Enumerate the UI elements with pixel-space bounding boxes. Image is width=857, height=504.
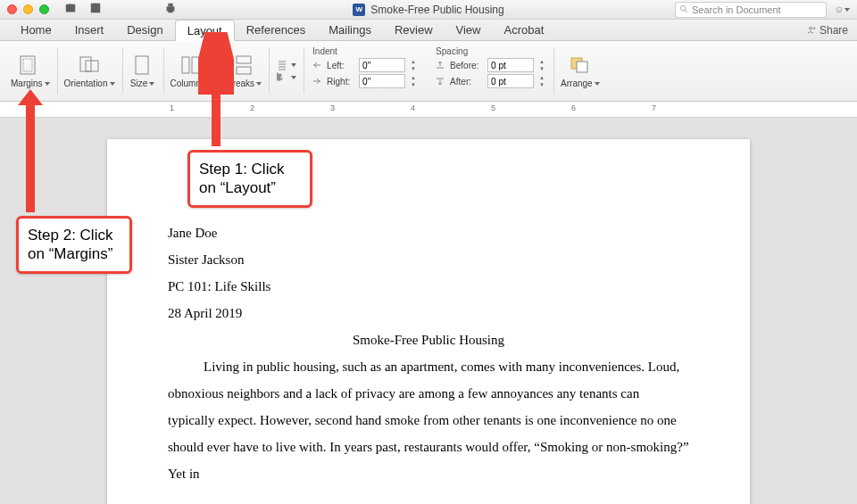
before-label: Before: xyxy=(450,61,484,70)
svg-point-10 xyxy=(809,27,811,29)
minimize-window-button[interactable] xyxy=(23,4,33,14)
breaks-icon xyxy=(231,54,258,77)
annotation-step1: Step 1: Click on “Layout” xyxy=(187,150,312,208)
orientation-icon xyxy=(76,54,103,77)
share-button[interactable]: Share xyxy=(805,20,848,40)
indent-right-icon xyxy=(311,76,323,87)
arrange-button[interactable]: Arrange xyxy=(561,54,600,88)
left-label: Left: xyxy=(327,61,355,70)
word-app-icon: W xyxy=(353,4,365,16)
spacing-heading: Spacing xyxy=(436,46,546,56)
search-icon xyxy=(679,4,689,14)
search-placeholder: Search in Document xyxy=(692,4,781,15)
svg-rect-16 xyxy=(182,57,189,73)
svg-rect-5 xyxy=(168,10,172,13)
indent-left-icon xyxy=(311,60,323,70)
share-icon xyxy=(805,25,816,36)
line-numbers-icon xyxy=(276,60,288,70)
spacing-after-stepper[interactable]: ▲▼ xyxy=(537,74,546,88)
spacing-before-input[interactable] xyxy=(487,58,534,72)
size-icon xyxy=(129,54,156,77)
margins-button[interactable]: Margins xyxy=(11,54,50,88)
horizontal-ruler[interactable]: 1 2 3 4 5 6 7 xyxy=(0,102,857,118)
tab-review[interactable]: Review xyxy=(383,20,445,40)
autosave-icon[interactable] xyxy=(63,2,78,17)
line-numbers-button[interactable] xyxy=(276,60,296,70)
spacing-after-icon xyxy=(434,76,446,87)
quick-access-toolbar xyxy=(63,2,178,17)
hyphenation-button[interactable]: a-bc xyxy=(276,72,296,83)
svg-point-6 xyxy=(680,5,686,11)
breaks-button[interactable]: Breaks xyxy=(227,54,262,88)
indent-heading: Indent xyxy=(312,46,418,56)
annotation-step2: Step 2: Click on “Margins” xyxy=(16,216,132,274)
print-icon[interactable] xyxy=(163,2,178,17)
tab-home[interactable]: Home xyxy=(9,20,63,40)
tab-design[interactable]: Design xyxy=(115,20,174,40)
tab-mailings[interactable]: Mailings xyxy=(317,20,383,40)
columns-icon xyxy=(178,54,204,77)
paper-title: Smoke-Free Public Housing xyxy=(168,326,689,353)
feedback-icon[interactable] xyxy=(836,3,850,17)
svg-point-9 xyxy=(840,8,841,9)
svg-text:bc: bc xyxy=(277,72,282,78)
ribbon-layout: Margins Orientation Size Columns Breaks xyxy=(0,41,857,102)
svg-rect-19 xyxy=(237,67,251,74)
right-label: Right: xyxy=(327,77,355,87)
paper-body: Living in public housing, such as an apa… xyxy=(168,353,689,487)
svg-rect-12 xyxy=(23,59,32,71)
svg-rect-14 xyxy=(86,61,98,71)
spacing-after-input[interactable] xyxy=(487,74,534,88)
svg-rect-2 xyxy=(93,4,97,7)
indent-left-input[interactable] xyxy=(359,58,405,72)
indent-left-stepper[interactable]: ▲▼ xyxy=(409,58,418,72)
indent-right-input[interactable] xyxy=(359,74,405,88)
orientation-button[interactable]: Orientation xyxy=(64,54,115,88)
after-label: After: xyxy=(450,77,484,87)
course-line: PC 101: Life Skills xyxy=(168,273,689,300)
titlebar: W Smoke-Free Public Housing Search in Do… xyxy=(0,0,857,20)
svg-point-8 xyxy=(838,8,839,9)
window-controls xyxy=(7,4,49,14)
svg-rect-17 xyxy=(192,57,199,73)
spacing-before-stepper[interactable]: ▲▼ xyxy=(537,58,546,72)
maximize-window-button[interactable] xyxy=(39,4,49,14)
indent-right-stepper[interactable]: ▲▼ xyxy=(409,74,418,88)
author-line: Jane Doe xyxy=(168,219,689,246)
document-title: Smoke-Free Public Housing xyxy=(370,4,503,16)
svg-rect-23 xyxy=(577,62,587,72)
spacing-before-icon xyxy=(434,60,446,70)
document-area[interactable]: Jane Doe Sister Jackson PC 101: Life Ski… xyxy=(0,118,857,504)
close-window-button[interactable] xyxy=(7,4,17,14)
svg-rect-15 xyxy=(136,56,148,74)
tab-acrobat[interactable]: Acrobat xyxy=(492,20,555,40)
professor-line: Sister Jackson xyxy=(168,246,689,273)
save-icon[interactable] xyxy=(88,2,103,17)
redo-icon[interactable] xyxy=(138,2,153,17)
date-line: 28 April 2019 xyxy=(168,300,689,326)
svg-rect-18 xyxy=(237,56,251,63)
svg-point-7 xyxy=(836,7,842,12)
tab-insert[interactable]: Insert xyxy=(63,20,116,40)
undo-icon[interactable] xyxy=(113,2,128,17)
margins-icon xyxy=(17,54,44,77)
size-button[interactable]: Size xyxy=(129,54,156,88)
columns-button[interactable]: Columns xyxy=(171,54,212,88)
tab-layout[interactable]: Layout xyxy=(175,20,235,41)
tab-references[interactable]: References xyxy=(235,20,317,40)
arrange-icon xyxy=(567,54,594,77)
svg-rect-4 xyxy=(168,4,172,7)
search-input[interactable]: Search in Document xyxy=(675,2,827,18)
share-label: Share xyxy=(820,24,848,37)
ribbon-tabs: Home Insert Design Layout References Mai… xyxy=(0,20,857,41)
hyphenation-icon: a-bc xyxy=(276,72,288,83)
tab-view[interactable]: View xyxy=(445,20,493,40)
